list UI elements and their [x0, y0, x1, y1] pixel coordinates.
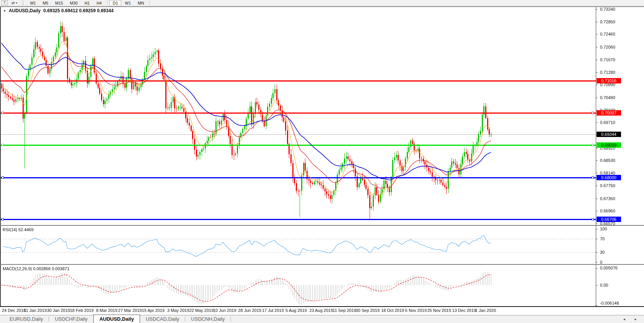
cursor-mode-icon: ⇄ — [11, 1, 15, 5]
current-price-badge: 0.69344 — [597, 132, 621, 137]
date-label: 30 Jan 2019 — [47, 308, 70, 313]
date-label: 18 Oct 2019 — [381, 308, 404, 313]
chart-canvas[interactable] — [0, 0, 644, 323]
price-tick-label: 0.73240 — [600, 7, 615, 11]
rsi-indicator-label: RSI(14) 52.4469 — [3, 227, 34, 232]
price-tick-label: 0.67750 — [600, 183, 615, 188]
toolbar-gripper — [23, 1, 24, 5]
toolbar-separator — [107, 1, 108, 5]
date-label: 10 Jun 2019 — [213, 308, 236, 313]
tab-scroll-left-icon[interactable]: ◄ — [623, 318, 626, 321]
terminal-window: T ⇄▾ M1M5M15M30H1H4D1W1MN ▼AUDUSD,Daily0… — [0, 0, 644, 323]
symbol-dropdown-icon[interactable]: ▼ — [3, 9, 6, 13]
price-tick-label: 0.72850 — [600, 20, 615, 24]
dropdown-caret-icon: ▾ — [16, 2, 17, 5]
chart-tab-bar: EURUSD,DailyUSDCHF,DailyAUDUSD,DailyUSDC… — [0, 315, 644, 323]
tab-scroll-controls: ◄► — [623, 318, 644, 323]
date-label: 27 Mar 2019 — [118, 308, 142, 313]
hline-price-badge: 0.71016 — [597, 78, 621, 83]
tab-usdcad[interactable]: USDCAD,Daily — [140, 315, 185, 323]
date-label: 8 Mar 2019 — [96, 308, 117, 313]
timeframe-button-d1[interactable]: D1 — [109, 0, 121, 6]
price-tick-label: 0.69710 — [600, 120, 615, 125]
date-label: 18 Feb 2019 — [70, 308, 94, 313]
tab-scroll-right-icon[interactable]: ► — [634, 318, 637, 321]
date-label: 3 May 2019 — [167, 308, 189, 313]
hline-price-badge: 0.68000 — [597, 175, 621, 180]
date-axis-border — [0, 306, 644, 307]
timeframe-button-m1[interactable]: M1 — [27, 0, 39, 6]
date-label: 30 Sep 2019 — [356, 308, 380, 313]
timeframe-button-h1[interactable]: H1 — [81, 0, 93, 6]
toolbar-separator — [149, 1, 150, 5]
price-tick-label: 0.66960 — [600, 209, 615, 213]
cursor-mode-button[interactable]: ⇄▾ — [9, 0, 20, 5]
pointer-tool-button[interactable]: T — [2, 0, 8, 5]
date-label: 25 Nov 2019 — [427, 308, 451, 313]
date-label: 13 Dec 2019 — [452, 308, 476, 313]
date-label: 15 Apr 2019 — [142, 308, 165, 313]
rsi-axis-label: 30 — [600, 250, 605, 254]
chart-window-top-border — [0, 7, 644, 7]
chart-ohlc-quotes: 0.69325 0.69412 0.69259 0.69344 — [43, 8, 114, 13]
price-axis[interactable]: 0.732400.728500.724600.720600.716700.712… — [596, 0, 644, 323]
timeframe-button-h4[interactable]: H4 — [93, 0, 105, 6]
date-label: 24 Dec 2018 — [2, 308, 26, 313]
tab-audusd[interactable]: AUDUSD,Daily — [93, 315, 140, 323]
date-label: 1 Jan 2020 — [475, 308, 496, 313]
rsi-axis-label: 70 — [600, 237, 605, 241]
timeframe-button-m30[interactable]: M30 — [67, 0, 81, 6]
timeframe-toolbar: M1M5M15M30H1H4D1W1MN — [27, 0, 152, 6]
date-label: 5 Aug 2019 — [285, 308, 307, 313]
date-label: 11 Jan 2019 — [24, 308, 47, 313]
price-tick-label: 0.71280 — [600, 70, 615, 75]
tab-eurusd[interactable]: EURUSD,Daily — [4, 315, 49, 323]
rsi-axis-label: 100 — [600, 227, 607, 231]
macd-panel-splitter[interactable] — [0, 264, 644, 265]
macd-axis-label: 0.00 — [600, 283, 608, 287]
timeframe-button-w1[interactable]: W1 — [121, 0, 134, 6]
hline-price-badge: 0.70007 — [597, 110, 621, 116]
chart-window-left-border — [0, 7, 1, 307]
macd-indicator-label: MACD(12,26,9) 0.002856 0.003871 — [3, 266, 69, 271]
timeframe-button-m5[interactable]: M5 — [39, 0, 52, 6]
timeframe-button-mn[interactable]: MN — [134, 0, 147, 6]
rsi-panel-splitter[interactable] — [0, 225, 644, 226]
date-label: 28 Jun 2019 — [238, 308, 261, 313]
hline-price-badge: 0.69010 — [597, 142, 621, 148]
tab-separator — [230, 316, 231, 321]
timeframe-button-m15[interactable]: M15 — [52, 0, 66, 6]
price-tick-label: 0.71670 — [600, 57, 615, 62]
chart-symbol-period: AUDUSD,Daily — [9, 8, 41, 13]
price-tick-label: 0.70490 — [600, 95, 615, 100]
macd-axis-label: -0.006148 — [600, 301, 619, 305]
date-axis[interactable]: 24 Dec 201811 Jan 201930 Jan 201918 Feb … — [0, 307, 596, 315]
macd-axis-label: 0.005076 — [600, 266, 618, 270]
price-tick-label: 0.72060 — [600, 45, 615, 49]
date-label: 17 Jul 2019 — [262, 308, 284, 313]
chart-tabs: EURUSD,DailyUSDCHF,DailyAUDUSD,DailyUSDC… — [0, 315, 231, 323]
toolbar: T ⇄▾ M1M5M15M30H1H4D1W1MN — [0, 0, 644, 6]
date-label: 22 May 2019 — [189, 308, 214, 313]
tab-usdcnh[interactable]: USDCNH,Daily — [185, 315, 230, 323]
hline-price-badge: 0.66706 — [597, 217, 621, 222]
price-tick-label: 0.67350 — [600, 196, 615, 201]
tab-usdchf[interactable]: USDCHF,Daily — [49, 315, 93, 323]
chart-title: ▼AUDUSD,Daily0.69325 0.69412 0.69259 0.6… — [3, 8, 114, 13]
date-label: 6 Nov 2019 — [405, 308, 427, 313]
price-tick-label: 0.72460 — [600, 32, 615, 36]
price-tick-label: 0.68530 — [600, 158, 615, 163]
date-label: 11 Sep 2019 — [333, 308, 356, 313]
date-label: 23 Aug 2019 — [310, 308, 333, 313]
